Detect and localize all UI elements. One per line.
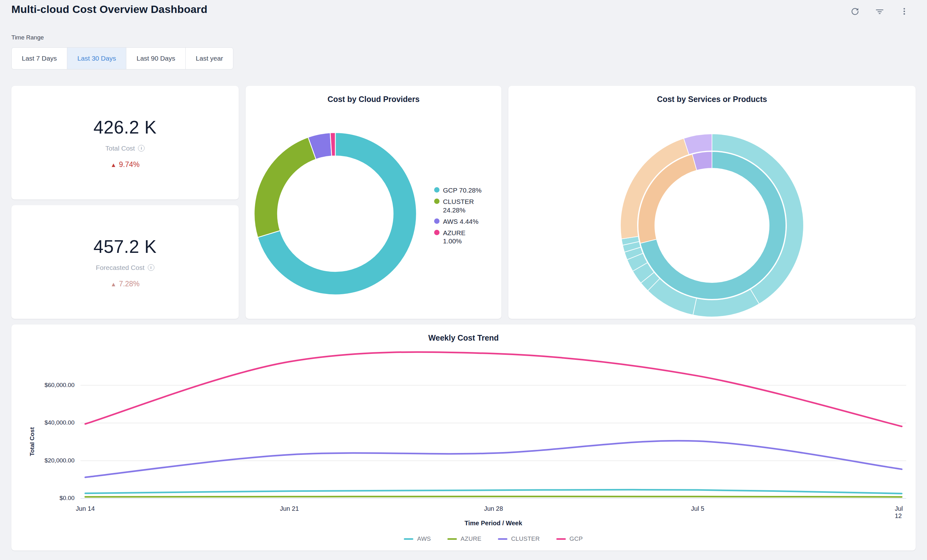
legend-label: CLUSTER 24.28% [443,197,484,215]
legend-label: AWS [417,536,431,542]
donut-slice-cluster[interactable] [254,137,316,237]
cost-by-services-card: Cost by Services or Products [508,86,916,319]
y-tick-label: $20,000.00 [11,457,74,464]
info-icon[interactable]: i [138,145,144,152]
kpi-column: 426.2 K Total Cost i ▲9.74% 457.2 K Fore… [11,86,239,319]
x-tick-label: Jun 28 [484,505,503,512]
y-tick-label: $0.00 [11,495,74,502]
legend-item-gcp[interactable]: GCP 70.28% [434,186,484,195]
services-chart-title: Cost by Services or Products [508,86,916,104]
providers-chart-title: Cost by Cloud Providers [246,86,501,104]
forecasted-cost-card: 457.2 K Forecasted Cost i ▲7.28% [11,205,239,319]
forecasted-cost-value: 457.2 K [93,236,157,257]
weekly-trend-card: Weekly Cost Trend Total Cost $0.00$20,00… [11,325,916,551]
header-toolbar [851,7,909,16]
trend-plot-area[interactable] [81,348,906,506]
legend-dot-icon [434,230,439,235]
up-triangle-icon: ▲ [111,281,117,288]
legend-dot-icon [434,219,439,224]
providers-legend: GCP 70.28%CLUSTER 24.28%AWS 4.44%AZURE 1… [434,186,484,249]
legend-label: GCP [570,536,583,542]
legend-item-azure[interactable]: AZURE 1.00% [434,229,484,246]
x-tick-label: Jun 21 [280,505,299,512]
trend-chart-title: Weekly Cost Trend [11,325,916,343]
time-range-button-last-7-days[interactable]: Last 7 Days [11,47,67,70]
cost-by-providers-card: Cost by Cloud Providers GCP 70.28%CLUSTE… [246,86,501,319]
total-cost-value: 426.2 K [93,117,157,138]
dashboard-page: Multi-cloud Cost Overview Dashboard [0,0,927,560]
legend-dot-icon [434,187,439,193]
providers-donut-chart[interactable] [250,129,421,300]
y-tick-label: $40,000.00 [11,419,74,426]
kebab-menu-icon[interactable] [900,7,909,16]
legend-item-cluster[interactable]: CLUSTER 24.28% [434,197,484,215]
time-range-button-group: Last 7 DaysLast 30 DaysLast 90 DaysLast … [11,47,233,70]
legend-dot-icon [434,199,439,204]
trend-legend-item-aws[interactable]: AWS [404,536,431,542]
legend-line-icon [556,538,566,540]
trend-legend: AWSAZURECLUSTERGCP [81,536,906,542]
time-range-button-last-30-days[interactable]: Last 30 Days [67,47,127,70]
trend-line-gcp[interactable] [85,352,902,426]
legend-line-icon [447,538,457,540]
info-icon[interactable]: i [148,264,154,271]
legend-label: AZURE 1.00% [443,229,484,246]
total-cost-label-row: Total Cost i [105,144,144,152]
legend-label: AZURE [460,536,482,542]
time-range-label: Time Range [11,34,916,41]
page-title: Multi-cloud Cost Overview Dashboard [11,3,916,15]
trend-legend-item-cluster[interactable]: CLUSTER [498,536,540,542]
trend-legend-item-gcp[interactable]: GCP [556,536,583,542]
legend-label: GCP 70.28% [443,186,482,195]
legend-item-aws[interactable]: AWS 4.44% [434,217,484,226]
legend-line-icon [404,538,413,540]
services-sunburst-chart[interactable] [617,131,807,321]
up-triangle-icon: ▲ [111,162,117,168]
filter-icon[interactable] [875,7,884,16]
trend-line-azure[interactable] [85,496,902,497]
total-cost-delta-value: 9.74% [119,160,140,168]
forecasted-cost-delta: ▲7.28% [111,280,140,288]
total-cost-card: 426.2 K Total Cost i ▲9.74% [11,86,239,199]
total-cost-label: Total Cost [105,144,135,152]
legend-label: AWS 4.44% [443,217,478,226]
top-row: 426.2 K Total Cost i ▲9.74% 457.2 K Fore… [11,86,916,319]
trend-line-cluster[interactable] [85,441,902,477]
trend-legend-item-azure[interactable]: AZURE [447,536,482,542]
forecasted-cost-label-row: Forecasted Cost i [96,264,154,272]
x-tick-label: Jun 14 [76,505,95,512]
x-tick-label: Jul 12 [895,505,909,520]
x-axis-title: Time Period / Week [81,520,906,527]
legend-line-icon [498,538,508,540]
time-range-button-last-year[interactable]: Last year [185,47,233,70]
forecasted-cost-delta-value: 7.28% [119,280,140,288]
y-tick-label: $60,000.00 [11,382,74,389]
x-tick-label: Jul 5 [691,505,704,512]
legend-label: CLUSTER [511,536,540,542]
refresh-icon[interactable] [851,7,859,16]
header: Multi-cloud Cost Overview Dashboard [11,0,916,17]
time-range-button-last-90-days[interactable]: Last 90 Days [126,47,185,70]
forecasted-cost-label: Forecasted Cost [96,264,144,272]
trend-line-aws[interactable] [85,490,902,493]
total-cost-delta: ▲9.74% [111,160,140,169]
